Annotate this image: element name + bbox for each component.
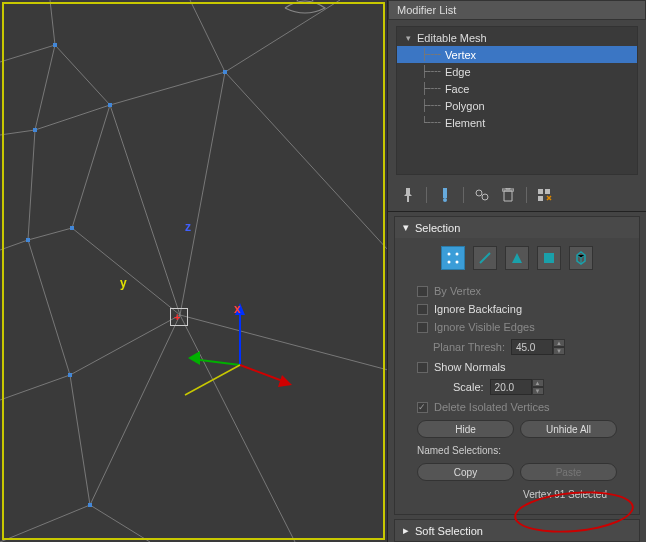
svg-line-15 <box>180 72 225 315</box>
axis-label-x: x <box>234 302 241 316</box>
svg-line-4 <box>110 72 225 105</box>
ignore-backfacing-checkbox[interactable] <box>417 304 428 315</box>
svg-line-13 <box>72 228 180 315</box>
svg-line-10 <box>0 240 28 250</box>
by-vertex-checkbox <box>417 286 428 297</box>
vertex-dot[interactable] <box>223 70 227 74</box>
pin-stack-icon[interactable] <box>398 185 418 205</box>
by-vertex-checkbox-row: By Vertex <box>407 282 627 300</box>
viewport-compass-icon <box>275 0 335 20</box>
svg-line-1 <box>0 45 55 62</box>
remove-modifier-icon[interactable] <box>498 185 518 205</box>
expand-icon: ▾ <box>403 221 409 234</box>
show-normals-label: Show Normals <box>434 361 506 373</box>
select-element-button[interactable] <box>569 246 593 270</box>
svg-line-32 <box>185 365 240 395</box>
stack-root-editable-mesh[interactable]: ▾ Editable Mesh <box>397 30 637 46</box>
svg-rect-44 <box>544 253 554 263</box>
svg-line-17 <box>28 240 70 375</box>
configure-sets-icon[interactable] <box>535 185 555 205</box>
spinner-down-icon[interactable]: ▼ <box>532 387 544 395</box>
subobject-label: Vertex <box>445 49 476 61</box>
subobject-label: Polygon <box>445 100 485 112</box>
selected-vertex-cross-icon: + <box>174 311 180 323</box>
modifier-stack[interactable]: ▾ Editable Mesh ├╌╌ Vertex ├╌╌ Edge ├╌╌ … <box>396 26 638 175</box>
svg-line-2 <box>35 45 55 130</box>
svg-line-22 <box>90 315 180 505</box>
delete-isolated-row[interactable]: Delete Isolated Vertices <box>407 398 627 416</box>
unhide-all-button[interactable]: Unhide All <box>520 420 617 438</box>
spinner-up-icon[interactable]: ▲ <box>532 379 544 387</box>
planar-thresh-input <box>511 339 553 355</box>
select-polygon-button[interactable] <box>537 246 561 270</box>
planar-thresh-row: Planar Thresh: ▲ ▼ <box>407 336 627 358</box>
subobject-edge[interactable]: ├╌╌ Edge <box>397 63 637 80</box>
soft-selection-rollup: ▸ Soft Selection <box>394 519 640 542</box>
selection-rollup: ▾ Selection By Vertex Ignore Backfacing <box>394 216 640 515</box>
planar-thresh-label: Planar Thresh: <box>433 341 505 353</box>
stack-root-label: Editable Mesh <box>417 32 487 44</box>
spinner-up-icon: ▲ <box>553 339 565 347</box>
show-normals-row[interactable]: Show Normals <box>407 358 627 376</box>
spinner-down-icon: ▼ <box>553 347 565 355</box>
vertex-dot[interactable] <box>53 43 57 47</box>
named-selections-label: Named Selections: <box>407 442 627 459</box>
svg-rect-39 <box>538 196 543 201</box>
svg-point-36 <box>482 194 488 200</box>
modifier-list-dropdown[interactable]: Modifier List <box>388 0 646 20</box>
vertex-dot[interactable] <box>33 128 37 132</box>
axis-label-y: y <box>120 276 127 290</box>
svg-rect-33 <box>443 188 447 198</box>
ignore-backfacing-label: Ignore Backfacing <box>434 303 522 315</box>
vertex-dot[interactable] <box>70 226 74 230</box>
svg-line-3 <box>55 45 110 105</box>
command-panel: Modifier List ▾ Editable Mesh ├╌╌ Vertex… <box>388 0 646 542</box>
ignore-backfacing-row[interactable]: Ignore Backfacing <box>407 300 627 318</box>
subobject-vertex[interactable]: ├╌╌ Vertex <box>397 46 637 63</box>
make-unique-icon[interactable] <box>472 185 492 205</box>
expand-icon[interactable]: ▾ <box>403 33 413 43</box>
select-vertex-button[interactable] <box>441 246 465 270</box>
svg-point-34 <box>443 198 447 202</box>
svg-rect-38 <box>545 189 550 194</box>
expand-icon: ▸ <box>403 524 409 537</box>
select-edge-button[interactable] <box>473 246 497 270</box>
ignore-visible-edges-label: Ignore Visible Edges <box>434 321 535 333</box>
show-normals-checkbox[interactable] <box>417 362 428 373</box>
ignore-visible-edges-checkbox <box>417 322 428 333</box>
vertex-dot[interactable] <box>68 373 72 377</box>
vertex-dot[interactable] <box>88 503 92 507</box>
svg-line-19 <box>70 375 90 505</box>
rollup-title: Soft Selection <box>415 525 483 537</box>
delete-isolated-checkbox[interactable] <box>417 402 428 413</box>
vertex-dot[interactable] <box>26 238 30 242</box>
scale-input[interactable] <box>490 379 532 395</box>
svg-line-21 <box>90 505 150 542</box>
svg-line-8 <box>35 105 110 130</box>
subobject-face[interactable]: ├╌╌ Face <box>397 80 637 97</box>
transform-gizmo[interactable] <box>180 290 320 422</box>
subobject-element[interactable]: └╌╌ Element <box>397 114 637 131</box>
scale-label: Scale: <box>453 381 484 393</box>
subobject-label: Face <box>445 83 469 95</box>
ignore-visible-edges-row: Ignore Visible Edges <box>407 318 627 336</box>
axis-label-z: z <box>185 220 191 234</box>
show-end-result-icon[interactable] <box>435 185 455 205</box>
modifier-list-label: Modifier List <box>397 4 456 16</box>
delete-isolated-label: Delete Isolated Vertices <box>434 401 550 413</box>
subobject-polygon[interactable]: ├╌╌ Polygon <box>397 97 637 114</box>
vertex-dot[interactable] <box>108 103 112 107</box>
subobject-label: Element <box>445 117 485 129</box>
subobject-label: Edge <box>445 66 471 78</box>
svg-line-25 <box>225 72 388 250</box>
svg-line-6 <box>190 0 225 72</box>
copy-button[interactable]: Copy <box>417 463 514 481</box>
viewport-3d[interactable]: z x y + <box>0 0 388 542</box>
scale-row: Scale: ▲ ▼ <box>407 376 627 398</box>
selection-rollup-header[interactable]: ▾ Selection <box>395 217 639 238</box>
select-face-button[interactable] <box>505 246 529 270</box>
soft-selection-header[interactable]: ▸ Soft Selection <box>395 520 639 541</box>
rollup-title: Selection <box>415 222 460 234</box>
svg-point-40 <box>448 253 451 256</box>
hide-button[interactable]: Hide <box>417 420 514 438</box>
